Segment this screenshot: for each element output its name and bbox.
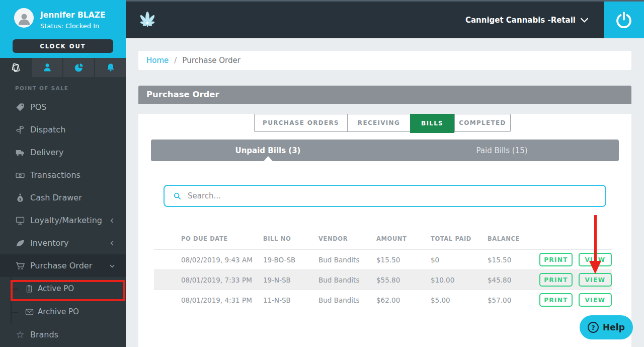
tab-notifications[interactable] bbox=[94, 58, 126, 77]
cell-bill-no: 19-N-SB bbox=[263, 276, 318, 284]
sidebar-item-label: Loyalty/Marketing bbox=[30, 216, 102, 225]
user-status: Status: Clocked In bbox=[40, 22, 99, 30]
sidebar-item-transactions[interactable]: Transactions bbox=[0, 164, 126, 186]
clock-out-button[interactable]: CLOCK OUT bbox=[13, 39, 113, 53]
column-header: AMOUNT bbox=[376, 235, 431, 242]
help-button[interactable]: ? Help bbox=[580, 315, 633, 339]
sidebar-item-delivery[interactable]: Delivery bbox=[0, 141, 126, 164]
print-button[interactable]: PRINT bbox=[539, 293, 573, 307]
sidebar-item-loyalty-marketing[interactable]: Loyalty/Marketing bbox=[0, 209, 126, 232]
cell-vendor: Bud Bandits bbox=[318, 276, 376, 284]
po-tab-group: PURCHASE ORDERS RECEIVING BILLS COMPLETE… bbox=[254, 114, 511, 132]
bell-icon bbox=[106, 62, 116, 73]
column-header: PO DUE DATE bbox=[154, 235, 263, 242]
svg-text:$: $ bbox=[19, 197, 22, 201]
breadcrumb: Home / Purchase Order bbox=[138, 51, 631, 70]
purchase-order-panel: Purchase Order PURCHASE ORDERS RECEIVING… bbox=[138, 86, 631, 347]
tab-completed[interactable]: COMPLETED bbox=[454, 114, 510, 131]
tab-receiving[interactable]: RECEIVING bbox=[347, 114, 410, 131]
user-name: Jennifer BLAZE bbox=[40, 11, 105, 20]
tab-customers[interactable] bbox=[31, 58, 62, 77]
sidebar-item-brands[interactable]: ☆ Brands bbox=[0, 323, 126, 346]
leaf-icon bbox=[14, 238, 26, 248]
breadcrumb-separator: / bbox=[174, 56, 177, 65]
sidebar-item-label: Brands bbox=[30, 330, 58, 339]
cell-balance: $45.80 bbox=[488, 276, 539, 284]
table-row: 08/01/2019, 4:31 PM 11-N-SB Bud Bandits … bbox=[154, 290, 612, 310]
app-root: Jennifer BLAZE Status: Clocked In CLOCK … bbox=[0, 0, 644, 347]
cannabis-leaf-logo-icon bbox=[137, 9, 158, 32]
sidebar-item-label: Purchase Order bbox=[30, 261, 92, 270]
chevron-down-icon bbox=[109, 262, 116, 269]
power-icon bbox=[615, 11, 633, 29]
print-button[interactable]: PRINT bbox=[539, 253, 573, 266]
cell-total-paid: $0 bbox=[431, 256, 488, 264]
clipboard-icon bbox=[24, 285, 34, 293]
sidebar-item-dispatch[interactable]: Dispatch bbox=[0, 118, 126, 141]
breadcrumb-current: Purchase Order bbox=[182, 56, 240, 65]
sidebar: Jennifer BLAZE Status: Clocked In CLOCK … bbox=[0, 0, 126, 347]
star-icon: ☆ bbox=[14, 330, 26, 339]
sidebar-item-inventory[interactable]: Inventory bbox=[0, 232, 126, 254]
sidebar-item-purchase-order[interactable]: Purchase Order bbox=[0, 254, 126, 277]
cell-po-due-date: 08/01/2019, 4:31 PM bbox=[154, 296, 263, 304]
sidebar-item-cash-drawer[interactable]: $ Cash Drawer bbox=[0, 186, 126, 209]
page-title: Purchase Order bbox=[138, 86, 631, 104]
sidebar-item-label: POS bbox=[30, 102, 46, 112]
sidebar-item-pos[interactable]: POS bbox=[0, 96, 126, 118]
sidebar-item-archive-po[interactable]: Archive PO bbox=[0, 300, 126, 323]
view-button[interactable]: VIEW bbox=[579, 273, 612, 287]
user-block: Jennifer BLAZE Status: Clocked In CLOCK … bbox=[0, 0, 126, 58]
monitor-icon bbox=[14, 216, 26, 226]
tab-reports[interactable] bbox=[62, 58, 94, 77]
signpost-icon bbox=[14, 125, 26, 135]
store-selector-dropdown[interactable]: Canniget Cannabis -Retail bbox=[465, 16, 589, 25]
subtab-paid-bills[interactable]: Paid Bills (15) bbox=[385, 140, 619, 161]
topbar: Canniget Cannabis -Retail bbox=[126, 0, 644, 38]
print-button[interactable]: PRINT bbox=[539, 273, 573, 287]
logout-button[interactable] bbox=[604, 2, 644, 38]
sidebar-item-label: Active PO bbox=[38, 284, 74, 293]
cart-icon bbox=[14, 261, 26, 271]
search-input[interactable] bbox=[188, 191, 605, 200]
column-header: BALANCE bbox=[488, 235, 539, 242]
help-label: Help bbox=[603, 322, 625, 332]
cell-amount: $62.00 bbox=[376, 296, 431, 304]
cell-total-paid: $5.00 bbox=[431, 296, 488, 304]
chevron-left-icon bbox=[109, 240, 116, 247]
banknote-icon bbox=[14, 170, 26, 180]
pie-chart-icon bbox=[74, 62, 84, 73]
question-circle-icon: ? bbox=[588, 322, 599, 333]
money-bag-icon: $ bbox=[14, 193, 26, 203]
purchase-order-submenu: Active PO Archive PO bbox=[0, 277, 126, 323]
sidebar-section-label: POINT OF SALE bbox=[15, 85, 126, 91]
sidebar-item-label: Dispatch bbox=[30, 125, 65, 134]
person-silhouette-icon bbox=[17, 11, 32, 26]
store-name: Canniget Cannabis -Retail bbox=[465, 16, 576, 25]
table-row: 08/02/2019, 9:43 AM 19-BO-SB Bud Bandits… bbox=[154, 250, 612, 270]
view-button[interactable]: VIEW bbox=[579, 293, 612, 307]
search-box bbox=[164, 185, 606, 207]
breadcrumb-home-link[interactable]: Home bbox=[146, 56, 169, 65]
tab-purchase-orders[interactable]: PURCHASE ORDERS bbox=[255, 114, 347, 131]
search-icon bbox=[173, 192, 182, 200]
panel-body: PURCHASE ORDERS RECEIVING BILLS COMPLETE… bbox=[138, 114, 631, 347]
chevron-left-icon bbox=[109, 217, 116, 224]
cell-bill-no: 19-BO-SB bbox=[263, 256, 318, 264]
main-content: Home / Purchase Order Purchase Order PUR… bbox=[126, 38, 644, 347]
sidebar-item-label: Cash Drawer bbox=[30, 193, 82, 202]
sidebar-item-label: Archive PO bbox=[38, 307, 79, 316]
tab-cards[interactable] bbox=[0, 58, 31, 77]
cell-po-due-date: 08/01/2019, 7:33 PM bbox=[154, 276, 263, 284]
cell-balance: $57.00 bbox=[488, 296, 539, 304]
tab-bills[interactable]: BILLS bbox=[410, 114, 454, 133]
view-button[interactable]: VIEW bbox=[579, 253, 612, 266]
cell-total-paid: $10.00 bbox=[431, 276, 488, 284]
sidebar-item-active-po[interactable]: Active PO bbox=[0, 277, 126, 300]
cell-amount: $55.80 bbox=[376, 276, 431, 284]
tag-icon bbox=[14, 102, 26, 112]
sidebar-icon-tabs bbox=[0, 58, 126, 77]
cell-bill-no: 11-N-SB bbox=[263, 296, 318, 304]
subtab-unpaid-bills[interactable]: Unpaid Bills (3) bbox=[151, 140, 385, 161]
sidebar-item-label: Inventory bbox=[30, 238, 68, 248]
